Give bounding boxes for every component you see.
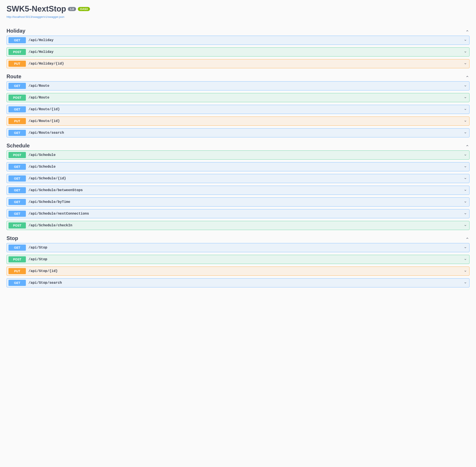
- method-badge-post: POST: [9, 95, 26, 101]
- method-badge-get: GET: [9, 211, 26, 217]
- chevron-down-icon: [463, 107, 467, 112]
- operation-row[interactable]: GET/api/Holiday: [7, 36, 469, 45]
- chevron-down-icon: [463, 50, 467, 54]
- operation-row[interactable]: GET/api/Schedule/{id}: [7, 174, 469, 183]
- operation-path: /api/Schedule/betweenStops: [28, 188, 463, 192]
- operation-row[interactable]: GET/api/Route: [7, 81, 469, 91]
- tag-header[interactable]: Route: [7, 71, 469, 81]
- operation-path: /api/Route/{id}: [28, 107, 463, 111]
- chevron-down-icon: [463, 246, 467, 250]
- chevron-down-icon: [463, 119, 467, 123]
- operation-row[interactable]: GET/api/Route/search: [7, 128, 469, 137]
- tag-name: Holiday: [7, 28, 26, 34]
- method-badge-get: GET: [9, 199, 26, 205]
- operation-row[interactable]: GET/api/Route/{id}: [7, 105, 469, 114]
- operation-row[interactable]: GET/api/Schedule/nextConnections: [7, 209, 469, 218]
- api-header: SWK5-NextStop 1.0 OAS3 http://localhost:…: [7, 4, 469, 19]
- spec-url-link[interactable]: http://localhost:5013/swagger/v1/swagger…: [7, 15, 64, 18]
- operation-path: /api/Stop/{id}: [28, 269, 463, 273]
- chevron-down-icon: [463, 200, 467, 204]
- chevron-down-icon: [463, 165, 467, 169]
- method-badge-get: GET: [9, 175, 26, 182]
- api-title: SWK5-NextStop: [7, 4, 66, 13]
- operation-row[interactable]: POST/api/Schedule: [7, 150, 469, 160]
- operation-path: /api/Schedule: [28, 165, 463, 169]
- operation-path: /api/Schedule/nextConnections: [28, 212, 463, 216]
- chevron-down-icon: [463, 269, 467, 273]
- operation-path: /api/Holiday: [28, 50, 463, 54]
- operations-list: GET/api/RoutePOST/api/RouteGET/api/Route…: [7, 81, 469, 137]
- method-badge-get: GET: [9, 245, 26, 251]
- operation-path: /api/Holiday: [28, 38, 463, 42]
- operation-row[interactable]: PUT/api/Holiday/{id}: [7, 59, 469, 68]
- operations-list: GET/api/StopPOST/api/StopPUT/api/Stop/{i…: [7, 243, 469, 287]
- tag-section-route: RouteGET/api/RoutePOST/api/RouteGET/api/…: [7, 71, 469, 137]
- method-badge-post: POST: [9, 222, 26, 229]
- operation-path: /api/Route/search: [28, 131, 463, 135]
- operation-path: /api/Schedule/{id}: [28, 177, 463, 181]
- method-badge-get: GET: [9, 37, 26, 43]
- tag-header[interactable]: Schedule: [7, 140, 469, 150]
- chevron-down-icon: [463, 84, 467, 88]
- operation-path: /api/Schedule: [28, 153, 463, 157]
- operation-row[interactable]: GET/api/Schedule/betweenStops: [7, 186, 469, 195]
- method-badge-get: GET: [9, 164, 26, 170]
- chevron-down-icon: [463, 211, 467, 216]
- tag-section-schedule: SchedulePOST/api/ScheduleGET/api/Schedul…: [7, 140, 469, 230]
- operation-row[interactable]: GET/api/Stop: [7, 243, 469, 252]
- version-badge: 1.0: [68, 7, 76, 11]
- chevron-up-icon: [465, 236, 469, 240]
- oas-badge: OAS3: [78, 7, 90, 11]
- tag-name: Schedule: [7, 143, 30, 149]
- chevron-down-icon: [463, 188, 467, 192]
- operation-row[interactable]: POST/api/Holiday: [7, 47, 469, 56]
- method-badge-post: POST: [9, 152, 26, 158]
- method-badge-post: POST: [9, 49, 26, 55]
- operation-row[interactable]: POST/api/Stop: [7, 255, 469, 264]
- tag-header[interactable]: Holiday: [7, 25, 469, 36]
- operation-path: /api/Stop/search: [28, 281, 463, 285]
- method-badge-put: PUT: [9, 268, 26, 274]
- operation-row[interactable]: PUT/api/Route/{id}: [7, 117, 469, 126]
- operation-row[interactable]: GET/api/Stop/search: [7, 278, 469, 287]
- operation-row[interactable]: GET/api/Schedule/byTime: [7, 197, 469, 207]
- chevron-up-icon: [465, 143, 469, 148]
- chevron-down-icon: [463, 153, 467, 157]
- title-row: SWK5-NextStop 1.0 OAS3: [7, 4, 469, 13]
- tag-section-holiday: HolidayGET/api/HolidayPOST/api/HolidayPU…: [7, 25, 469, 68]
- chevron-down-icon: [463, 131, 467, 135]
- method-badge-post: POST: [9, 256, 26, 262]
- operation-path: /api/Route: [28, 84, 463, 88]
- method-badge-get: GET: [9, 280, 26, 286]
- method-badge-get: GET: [9, 187, 26, 193]
- operation-path: /api/Holiday/{id}: [28, 62, 463, 66]
- chevron-down-icon: [463, 95, 467, 100]
- method-badge-get: GET: [9, 106, 26, 112]
- tag-header[interactable]: Stop: [7, 233, 469, 243]
- chevron-down-icon: [463, 257, 467, 261]
- operation-row[interactable]: POST/api/Schedule/checkIn: [7, 221, 469, 230]
- operation-path: /api/Route/{id}: [28, 119, 463, 123]
- operation-path: /api/Schedule/byTime: [28, 200, 463, 204]
- operations-list: GET/api/HolidayPOST/api/HolidayPUT/api/H…: [7, 36, 469, 68]
- tag-section-stop: StopGET/api/StopPOST/api/StopPUT/api/Sto…: [7, 233, 469, 287]
- method-badge-get: GET: [9, 130, 26, 136]
- chevron-up-icon: [465, 74, 469, 79]
- operation-path: /api/Route: [28, 96, 463, 100]
- operation-row[interactable]: PUT/api/Stop/{id}: [7, 267, 469, 276]
- operations-list: POST/api/ScheduleGET/api/ScheduleGET/api…: [7, 150, 469, 230]
- operation-row[interactable]: POST/api/Route: [7, 93, 469, 102]
- method-badge-put: PUT: [9, 61, 26, 67]
- operation-path: /api/Schedule/checkIn: [28, 223, 463, 227]
- chevron-down-icon: [463, 62, 467, 66]
- operation-path: /api/Stop: [28, 246, 463, 250]
- operation-row[interactable]: GET/api/Schedule: [7, 162, 469, 171]
- operation-path: /api/Stop: [28, 258, 463, 261]
- chevron-down-icon: [463, 223, 467, 228]
- chevron-down-icon: [463, 38, 467, 42]
- chevron-down-icon: [463, 176, 467, 181]
- method-badge-get: GET: [9, 83, 26, 89]
- tag-name: Route: [7, 74, 21, 79]
- method-badge-put: PUT: [9, 118, 26, 124]
- chevron-up-icon: [465, 29, 469, 33]
